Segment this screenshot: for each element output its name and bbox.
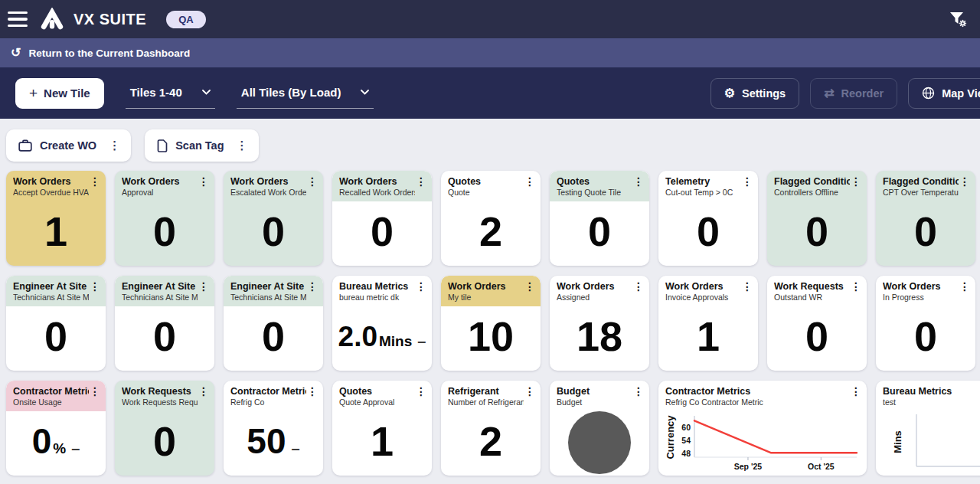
dashboard-tile[interactable]: BudgetBudget⋮ [550,381,649,476]
tile-menu-kebab-icon[interactable]: ⋮ [633,386,644,397]
tile-menu-kebab-icon[interactable]: ⋮ [959,281,970,292]
tile-menu-kebab-icon[interactable]: ⋮ [524,386,535,397]
tile-menu-kebab-icon[interactable]: ⋮ [416,281,426,292]
tile-title: Work Orders [339,176,415,187]
settings-button[interactable]: ⚙ Settings [710,78,800,109]
trend-dash-icon: – [292,440,300,457]
tile-menu-kebab-icon[interactable]: ⋮ [524,176,535,187]
vx-suite-logo-icon [38,8,66,31]
dashboard-tile[interactable]: Contractor MetricsOnsite Usage⋮0%– [6,381,106,476]
menu-hamburger-icon[interactable] [8,11,28,27]
plus-icon: + [29,85,38,102]
dashboard-tile[interactable]: QuotesQuote⋮2 [441,171,541,266]
dashboard-tile[interactable]: Contractor MetricsRefrig Co Contractor M… [658,381,867,476]
tiles-sort-dropdown[interactable]: All Tiles (By Load) [237,78,374,109]
tile-value-row: 0%– [32,424,80,459]
tile-subtitle: Technicians At Site M0... [230,293,306,302]
tile-body: 18 [550,306,649,371]
tile-subtitle: bureau metric dk [339,293,415,302]
tile-menu-kebab-icon[interactable]: ⋮ [307,176,318,187]
scan-tag-button[interactable]: Scan Tag ⋮ [145,129,258,162]
tile-value: 0 [32,424,52,459]
reorder-button[interactable]: ⇄ Reorder [810,78,897,109]
filter-settings-icon[interactable] [948,10,968,28]
map-view-button[interactable]: Map View [908,78,980,109]
tile-value: 1 [697,316,720,357]
tile-menu-kebab-icon[interactable]: ⋮ [633,176,644,187]
dashboard-tile[interactable]: Work OrdersIn Progress⋮0 [876,276,975,371]
tile-body: 0 [224,201,323,266]
new-tile-button[interactable]: + New Tile [15,78,104,109]
dashboard-tile[interactable]: Work RequestsOutstand WR⋮0 [767,276,867,371]
tile-body: 0 [115,201,214,266]
tile-menu-kebab-icon[interactable]: ⋮ [307,386,318,397]
tile-value: 0 [262,316,285,357]
dashboard-tile[interactable]: Bureau Metricstest⋮Mins [876,381,980,476]
tile-subtitle: test [883,397,980,407]
tile-body: 2 [441,411,541,476]
tile-menu-kebab-icon[interactable]: ⋮ [90,176,100,187]
tile-menu-kebab-icon[interactable]: ⋮ [90,386,100,397]
tile-menu-kebab-icon[interactable]: ⋮ [851,281,861,292]
tile-value-row: 18 [577,316,622,357]
tile-menu-kebab-icon[interactable]: ⋮ [90,281,100,292]
dashboard-tile[interactable]: Flagged ConditionsControllers Offline⋮0 [767,171,867,266]
tile-body: 50– [224,411,323,476]
svg-text:60: 60 [681,423,691,432]
dashboard-tile[interactable]: QuotesTesting Quote Tile⋮0 [550,171,649,266]
dashboard-tile[interactable]: Engineer At SiteTechnicians At Site M0..… [6,276,106,371]
tile-menu-kebab-icon[interactable]: ⋮ [307,281,318,292]
dashboard-tile[interactable]: Work OrdersInvoice Approvals⋮1 [658,276,758,371]
tile-menu-kebab-icon[interactable]: ⋮ [198,176,209,187]
dashboard-tile[interactable]: Work OrdersApproval⋮0 [115,171,214,266]
tile-menu-kebab-icon[interactable]: ⋮ [851,176,861,187]
tile-menu-kebab-icon[interactable]: ⋮ [959,176,970,187]
dashboard-tile[interactable]: TelemetryCut-out Temp > 0C⋮0 [658,171,758,266]
dashboard-tile[interactable]: RefrigerantNumber of Refrigerant ...⋮2 [441,381,541,476]
dashboard-tile[interactable]: Work OrdersAccept Overdue HVAC ...⋮1 [6,171,106,266]
create-wo-button[interactable]: Create WO ⋮ [6,129,131,162]
dashboard-tile[interactable]: Engineer At SiteTechnicians At Site M0..… [224,276,323,371]
tile-body: 0 [332,201,432,266]
return-to-dashboard-banner[interactable]: ↺ Return to the Current Dashboard [0,38,980,67]
scan-tag-menu-kebab-icon[interactable]: ⋮ [237,139,248,152]
tile-value-row: 0 [153,316,176,357]
dashboard-tile[interactable]: Work OrdersMy tile⋮10 [441,276,541,371]
svg-text:Oct '25: Oct '25 [808,462,835,471]
tile-title: Work Orders [448,281,524,292]
svg-text:Sep '25: Sep '25 [734,462,763,471]
tile-menu-kebab-icon[interactable]: ⋮ [742,176,753,187]
tile-value-row: 0 [914,211,937,252]
contractor-line-chart: Currency605448Sep '25Oct '25 [664,411,861,476]
tile-menu-kebab-icon[interactable]: ⋮ [524,281,535,292]
tiles-range-dropdown[interactable]: Tiles 1-40 [126,78,215,109]
dashboard-tile[interactable]: Work RequestsWork Requests Requiri...⋮0 [115,381,214,476]
tile-menu-kebab-icon[interactable]: ⋮ [198,281,209,292]
environment-badge: QA [166,11,206,28]
tile-value: 18 [577,316,622,357]
dashboard-tile[interactable]: Bureau Metricsbureau metric dk⋮2.0Mins– [332,276,432,371]
tile-menu-kebab-icon[interactable]: ⋮ [416,386,426,397]
tile-menu-kebab-icon[interactable]: ⋮ [742,281,753,292]
dashboard-tile[interactable]: Contractor MetricsRefrig Co⋮50– [224,381,323,476]
dashboard-tile[interactable]: Engineer At SiteTechnicians At Site M0..… [115,276,214,371]
tile-title: Bureau Metrics [883,386,980,397]
create-wo-menu-kebab-icon[interactable]: ⋮ [109,139,120,152]
dashboard-tile[interactable]: Work OrdersEscalated Work Orders⋮0 [224,171,323,266]
tile-menu-kebab-icon[interactable]: ⋮ [198,386,209,397]
tile-menu-kebab-icon[interactable]: ⋮ [633,281,644,292]
dashboard-tile[interactable]: Work OrdersAssigned⋮18 [550,276,649,371]
tile-menu-kebab-icon[interactable]: ⋮ [416,176,426,187]
tile-subtitle: CPT Over Temperature [883,188,959,197]
trend-dash-icon: – [71,440,80,457]
document-tag-icon [157,139,168,152]
tile-value: 2 [479,211,502,252]
dashboard-tile[interactable]: Work OrdersRecalled Work Orders⋮0 [332,171,432,266]
tile-menu-kebab-icon[interactable]: ⋮ [851,386,861,397]
dashboard-tile[interactable]: Flagged ConditionsCPT Over Temperature⋮0 [876,171,975,266]
dashboard-tile[interactable]: QuotesQuote Approval⋮1 [332,381,432,476]
tile-value: 0 [914,211,937,252]
tile-title: Flagged Conditions [774,176,850,187]
tile-value-row: 0 [805,316,828,357]
brand-name: VX SUITE [74,11,146,28]
